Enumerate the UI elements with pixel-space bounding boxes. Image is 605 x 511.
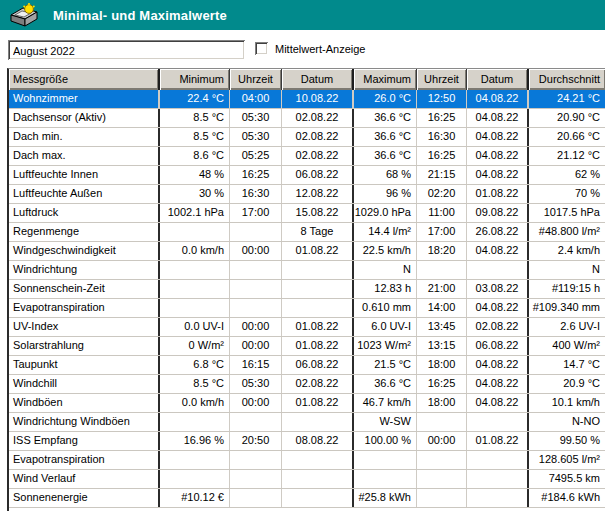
cell-max-uhrzeit: 02:20 <box>417 185 467 203</box>
cell-min-datum: 02.08.22 <box>282 147 354 165</box>
cell-minimum <box>160 299 230 317</box>
cell-max-datum: 01.08.22 <box>467 432 529 450</box>
cell-messgroesse: Wohnzimmer <box>9 90 160 108</box>
table-row[interactable]: Dach min. 8.5 °C 05:30 02.08.22 36.6 °C … <box>9 128 605 147</box>
cell-max-uhrzeit: 11:00 <box>417 204 467 222</box>
cell-min-datum: 06.08.22 <box>282 356 354 374</box>
table-row[interactable]: Solarstrahlung 0 W/m² 00:00 01.08.22 102… <box>9 337 605 356</box>
cell-durchschnitt: 2.4 km/h <box>529 242 605 260</box>
table-row[interactable]: Windrichtung Windböen W-SW N-NO <box>9 413 605 432</box>
table-row[interactable]: Evapotranspiration 128.605 l/m² <box>9 451 605 470</box>
cell-minimum <box>160 470 230 488</box>
mittelwert-checkbox[interactable] <box>255 42 268 55</box>
cell-max-uhrzeit: 16:25 <box>417 109 467 127</box>
column-header-maximum[interactable]: Maximum <box>354 69 417 90</box>
cell-durchschnitt: 99.50 % <box>529 432 605 450</box>
cell-maximum: N <box>354 261 417 279</box>
table-row[interactable]: UV-Index 0.0 UV-I 00:00 01.08.22 6.0 UV-… <box>9 318 605 337</box>
cell-maximum: 36.6 °C <box>354 109 417 127</box>
table-row[interactable]: Sonnenenergie #10.12 € #25.8 kWh #184.6 … <box>9 489 605 508</box>
cell-minimum <box>160 413 230 431</box>
cell-messgroesse: Luftfeuchte Außen <box>9 185 160 203</box>
column-header-min-uhrzeit[interactable]: Uhrzeit <box>230 69 282 90</box>
cell-min-uhrzeit: 16:15 <box>230 356 282 374</box>
table-row[interactable]: Windböen 0.0 km/h 00:00 01.08.22 46.7 km… <box>9 394 605 413</box>
cell-max-datum: 03.08.22 <box>467 280 529 298</box>
table-row[interactable]: ISS Empfang 16.96 % 20:50 08.08.22 100.0… <box>9 432 605 451</box>
cell-durchschnitt: #48.800 l/m² <box>529 223 605 241</box>
cell-durchschnitt: #119:15 h <box>529 280 605 298</box>
cell-messgroesse: Windböen <box>9 394 160 412</box>
table-row[interactable]: Dach max. 8.6 °C 05:25 02.08.22 36.6 °C … <box>9 147 605 166</box>
cell-max-datum: 04.08.22 <box>467 242 529 260</box>
cell-max-datum: 04.08.22 <box>467 109 529 127</box>
cell-min-uhrzeit <box>230 280 282 298</box>
cell-max-uhrzeit: 13:15 <box>417 337 467 355</box>
cell-messgroesse: Solarstrahlung <box>9 337 160 355</box>
titlebar[interactable]: Minimal- und Maximalwerte <box>0 0 605 30</box>
cell-durchschnitt: #109.340 mm <box>529 299 605 317</box>
cell-max-uhrzeit: 18:00 <box>417 356 467 374</box>
table-row[interactable]: Wohnzimmer 22.4 °C 04:00 10.08.22 26.0 °… <box>9 90 605 109</box>
cell-durchschnitt: 128.605 l/m² <box>529 451 605 469</box>
table-row[interactable]: Luftfeuchte Innen 48 % 16:25 06.08.22 68… <box>9 166 605 185</box>
cell-messgroesse: UV-Index <box>9 318 160 336</box>
cell-min-datum: 01.08.22 <box>282 318 354 336</box>
cell-max-uhrzeit: 00:00 <box>417 432 467 450</box>
cell-max-datum <box>467 451 529 469</box>
period-input[interactable] <box>8 40 245 60</box>
cell-min-datum: 01.08.22 <box>282 337 354 355</box>
cell-durchschnitt: 20.90 °C <box>529 109 605 127</box>
cell-maximum: 22.5 km/h <box>354 242 417 260</box>
table-row[interactable]: Wind Verlauf 7495.5 km <box>9 470 605 489</box>
cell-messgroesse: ISS Empfang <box>9 432 160 450</box>
column-header-max-datum[interactable]: Datum <box>467 69 529 90</box>
cell-minimum: 30 % <box>160 185 230 203</box>
table-row[interactable]: Sonnenschein-Zeit 12.83 h 21:00 03.08.22… <box>9 280 605 299</box>
cell-maximum <box>354 451 417 469</box>
cell-min-uhrzeit <box>230 451 282 469</box>
cell-messgroesse: Sonnenschein-Zeit <box>9 280 160 298</box>
column-header-minimum[interactable]: Minimum <box>160 69 230 90</box>
cell-max-uhrzeit: 21:15 <box>417 166 467 184</box>
cell-maximum: 100.00 % <box>354 432 417 450</box>
cell-max-datum: 04.08.22 <box>467 166 529 184</box>
cell-max-uhrzeit: 14:00 <box>417 299 467 317</box>
cell-durchschnitt: N-NO <box>529 413 605 431</box>
cell-messgroesse: Regenmenge <box>9 223 160 241</box>
table-row[interactable]: Regenmenge 8 Tage 14.4 l/m² 17:00 26.08.… <box>9 223 605 242</box>
mittelwert-anzeige-option[interactable]: Mittelwert-Anzeige <box>255 42 365 55</box>
cell-messgroesse: Windchill <box>9 375 160 393</box>
column-header-messgroesse[interactable]: Messgröße <box>9 69 160 90</box>
cell-max-uhrzeit: 16:25 <box>417 147 467 165</box>
cell-max-datum <box>467 413 529 431</box>
table-row[interactable]: Dachsensor (Aktiv) 8.5 °C 05:30 02.08.22… <box>9 109 605 128</box>
cell-min-datum <box>282 413 354 431</box>
column-header-min-datum[interactable]: Datum <box>282 69 354 90</box>
cell-min-uhrzeit: 05:30 <box>230 375 282 393</box>
cell-maximum: 36.6 °C <box>354 147 417 165</box>
column-header-max-uhrzeit[interactable]: Uhrzeit <box>417 69 467 90</box>
column-header-durchschnitt[interactable]: Durchschnitt <box>529 69 605 90</box>
cell-maximum: 68 % <box>354 166 417 184</box>
table-row[interactable]: Evapotranspiration 0.610 mm 14:00 04.08.… <box>9 299 605 318</box>
cell-messgroesse: Windrichtung Windböen <box>9 413 160 431</box>
cell-max-uhrzeit: 18:20 <box>417 242 467 260</box>
table-row[interactable]: Windrichtung N N <box>9 261 605 280</box>
table-body: Wohnzimmer 22.4 °C 04:00 10.08.22 26.0 °… <box>9 90 605 508</box>
cell-maximum: 26.0 °C <box>354 90 417 108</box>
table-row[interactable]: Windchill 8.5 °C 05:30 02.08.22 36.6 °C … <box>9 375 605 394</box>
cell-messgroesse: Wind Verlauf <box>9 470 160 488</box>
cell-durchschnitt: 24.21 °C <box>529 90 605 108</box>
table-row[interactable]: Windgeschwindigkeit 0.0 km/h 00:00 01.08… <box>9 242 605 261</box>
table-row[interactable]: Taupunkt 6.8 °C 16:15 06.08.22 21.5 °C 1… <box>9 356 605 375</box>
cell-min-datum: 02.08.22 <box>282 128 354 146</box>
cell-durchschnitt: 7495.5 km <box>529 470 605 488</box>
cell-messgroesse: Luftdruck <box>9 204 160 222</box>
table-row[interactable]: Luftdruck 1002.1 hPa 17:00 15.08.22 1029… <box>9 204 605 223</box>
cell-durchschnitt: 62 % <box>529 166 605 184</box>
weather-station-icon[interactable] <box>9 3 41 27</box>
table-row[interactable]: Luftfeuchte Außen 30 % 16:30 12.08.22 96… <box>9 185 605 204</box>
cell-min-uhrzeit <box>230 489 282 507</box>
cell-messgroesse: Dachsensor (Aktiv) <box>9 109 160 127</box>
